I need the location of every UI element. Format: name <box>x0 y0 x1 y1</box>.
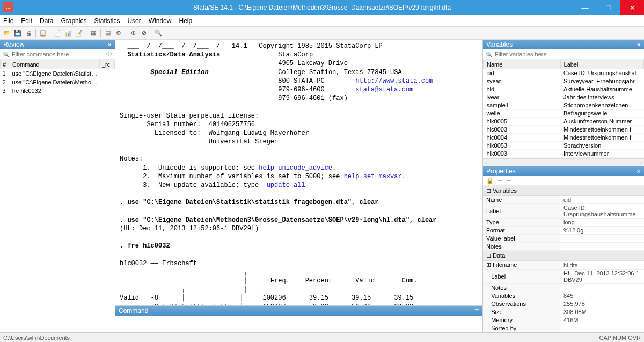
dofile-icon[interactable]: 📝 <box>74 28 84 38</box>
property-row[interactable]: Size308.08M <box>483 308 644 316</box>
menu-window[interactable]: Window <box>149 17 172 25</box>
toolbar: 📂 💾 🖨 📋 📄 📊 📝 ▦ ▤ ⚙ ⊕ ⊘ 🔍 <box>0 27 644 40</box>
review-pin-icon[interactable]: ⊤ <box>100 42 105 48</box>
variable-row[interactable]: hlc0003Mindestnettoeinkommen f <box>484 126 644 134</box>
menu-file[interactable]: File <box>3 17 13 25</box>
vars-col-label[interactable]: Label <box>560 60 643 69</box>
save-icon[interactable]: 💾 <box>13 28 23 38</box>
variable-row[interactable]: hlk0005Auskunftsperson Nummer <box>484 118 644 126</box>
graph-icon[interactable]: 📊 <box>63 28 73 38</box>
variable-row[interactable]: welleBefragungswelle <box>484 110 644 118</box>
status-path: C:\Users\wlm\Documents <box>3 334 70 341</box>
menubar: File Edit Data Graphics Statistics User … <box>0 15 644 27</box>
results-pane[interactable]: ___ / /___ / /___ / 14.1 Copyright 1985-… <box>115 40 482 305</box>
property-row[interactable]: LabelHL: Dec 11, 2013 12:52:06-1 DBV29 <box>483 270 644 284</box>
property-row[interactable]: Value label <box>483 235 644 243</box>
variable-row[interactable]: hlc0004Mindestnettoeinkommen f <box>484 134 644 142</box>
variable-row[interactable]: hidAktuelle Haushaltsnumme <box>484 85 644 93</box>
search-help-icon[interactable]: 🔍 <box>153 28 163 38</box>
vars-col-name[interactable]: Name <box>484 60 561 69</box>
titlebar: ::: Stata/SE 14.1 - C:\Eigene Dateien\Me… <box>0 0 644 15</box>
command-input[interactable] <box>115 316 482 332</box>
props-var-section: ⊟ Variables <box>483 186 644 196</box>
review-panel: Review ⊤✕ 🔍 ⓘ # Command _rc 1use "C:\Eig… <box>0 40 115 332</box>
variable-row[interactable]: syearSurveyyear, Erhebungsjahr <box>484 77 644 85</box>
properties-header: Properties ⊤✕ <box>483 166 644 176</box>
variable-row[interactable]: sample1Stichprobenkennzeichen <box>484 101 644 110</box>
review-row[interactable]: 2use "C:\Eigene Dateien\Method... <box>1 78 115 86</box>
filter-icon: 🔍 <box>2 50 10 58</box>
statusbar: C:\Users\wlm\Documents CAP NUM OVR <box>0 332 644 342</box>
variables-manager-icon[interactable]: ⚙ <box>114 28 123 38</box>
property-row[interactable]: Variables845 <box>483 292 644 300</box>
open-icon[interactable]: 📂 <box>2 28 12 38</box>
status-indicators: CAP NUM OVR <box>599 334 641 341</box>
more-icon[interactable]: ⊕ <box>128 28 138 38</box>
variables-header: Variables ⊤✕ <box>483 40 644 49</box>
props-close-icon[interactable]: ✕ <box>636 169 641 174</box>
next-icon[interactable]: → <box>506 177 512 184</box>
variables-panel: Variables ⊤✕ 🔍 Name Label cidCase ID, Ur… <box>483 40 644 166</box>
command-pin-icon[interactable]: ⊤ <box>474 308 479 314</box>
properties-panel: Properties ⊤✕ 🔒 ← → ⊟ Variables NamecidL… <box>483 166 644 332</box>
data-browser-icon[interactable]: ▤ <box>103 28 113 38</box>
col-rc[interactable]: _rc <box>100 60 115 69</box>
lock-icon[interactable]: 🔒 <box>486 177 494 184</box>
property-row[interactable]: Notes <box>483 243 644 251</box>
vars-filter-icon: 🔍 <box>485 50 493 58</box>
vars-hscrollbar[interactable]: ‹› <box>483 158 644 166</box>
property-row[interactable]: Observations255,978 <box>483 300 644 308</box>
review-header: Review ⊤✕ <box>0 40 115 49</box>
prev-icon[interactable]: ← <box>497 177 503 184</box>
command-header: Command ⊤ <box>115 306 482 316</box>
window-title: Stata/SE 14.1 - C:\Eigene Dateien\Method… <box>193 4 451 11</box>
filter-clear-icon[interactable]: ⓘ <box>105 50 113 58</box>
menu-help[interactable]: Help <box>179 17 192 25</box>
review-row[interactable]: 3fre hlc0032 <box>1 86 115 95</box>
link-stata-url[interactable]: http://www.stata.com <box>355 77 433 85</box>
variables-filter-input[interactable] <box>495 51 642 57</box>
menu-statistics[interactable]: Statistics <box>94 17 120 25</box>
menu-graphics[interactable]: Graphics <box>61 17 86 25</box>
variable-row[interactable]: cidCase ID, Ursprungshaushal <box>484 69 644 77</box>
link-stata-mail[interactable]: stata@stata.com <box>355 86 413 93</box>
link-update-all[interactable]: -update all- <box>262 181 309 189</box>
minimize-button[interactable]: ― <box>573 0 597 15</box>
review-filter-input[interactable] <box>12 51 103 57</box>
review-row[interactable]: 1use "C:\Eigene Dateien\Statistik\... <box>1 69 115 78</box>
data-editor-icon[interactable]: ▦ <box>89 28 98 38</box>
vars-pin-icon[interactable]: ⊤ <box>630 42 634 48</box>
menu-edit[interactable]: Edit <box>21 17 32 25</box>
col-num[interactable]: # <box>1 60 10 69</box>
viewer-icon[interactable]: 📄 <box>53 28 62 38</box>
log-icon[interactable]: 📋 <box>38 28 48 38</box>
property-row[interactable]: Sorted by <box>483 324 644 332</box>
variable-row[interactable]: iyearJahr des Interviews <box>484 93 644 101</box>
property-row[interactable]: Typelong <box>483 219 644 227</box>
props-pin-icon[interactable]: ⊤ <box>630 169 634 174</box>
app-icon: ::: <box>3 2 13 12</box>
property-row[interactable]: Notes <box>483 284 644 292</box>
maximize-button[interactable]: ☐ <box>597 0 620 15</box>
menu-user[interactable]: User <box>127 17 141 25</box>
print-icon[interactable]: 🖨 <box>24 28 33 38</box>
property-row[interactable]: LabelCase ID, Ursprungshaushaltsnumme <box>483 204 644 219</box>
link-set-maxvar[interactable]: help set_maxvar <box>344 173 402 180</box>
property-row[interactable]: Namecid <box>483 196 644 204</box>
vars-close-icon[interactable]: ✕ <box>636 42 641 48</box>
variable-row[interactable]: hlk0053Sprachversion <box>484 142 644 150</box>
menu-data[interactable]: Data <box>40 17 53 25</box>
props-data-section: ⊟ Data <box>483 251 644 261</box>
link-unicode-advice[interactable]: help unicode_advice <box>259 164 332 172</box>
variable-row[interactable]: hlk0003Interviewnummer <box>484 150 644 158</box>
close-button[interactable]: ✕ <box>620 0 644 15</box>
property-row[interactable]: Format%12.0g <box>483 227 644 235</box>
property-row[interactable]: Memory416M <box>483 316 644 324</box>
command-panel: Command ⊤ <box>115 305 482 332</box>
property-row[interactable]: ⊞ Filenamehl.dta <box>483 261 644 270</box>
col-command[interactable]: Command <box>10 60 100 69</box>
review-close-icon[interactable]: ✕ <box>107 42 112 48</box>
break-icon[interactable]: ⊘ <box>139 28 149 38</box>
